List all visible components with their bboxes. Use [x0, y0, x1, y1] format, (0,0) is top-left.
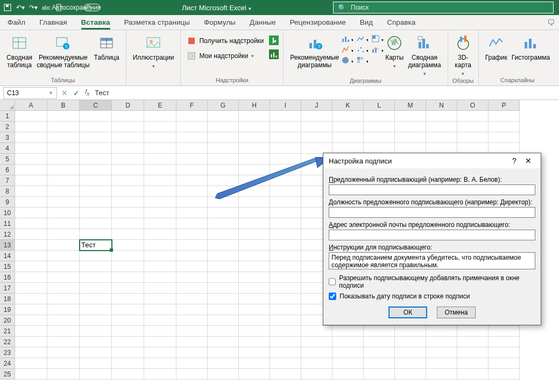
- select-all-corner[interactable]: [0, 100, 15, 111]
- tab-справка[interactable]: Справка: [387, 15, 415, 30]
- column-header-B[interactable]: B: [47, 100, 80, 111]
- pivot-chart-button[interactable]: Сводная диаграмма: [406, 32, 443, 76]
- cell-I13[interactable]: [270, 240, 301, 251]
- cell-D2[interactable]: [112, 122, 144, 132]
- cell-L2[interactable]: [364, 122, 395, 132]
- cell-G10[interactable]: [208, 208, 239, 218]
- table-button[interactable]: Таблица: [92, 32, 122, 61]
- cell-D6[interactable]: [112, 165, 144, 175]
- cell-C20[interactable]: [80, 315, 112, 326]
- stats-chart-icon[interactable]: ▾: [341, 45, 353, 54]
- pie-chart-icon[interactable]: ▾: [341, 56, 353, 65]
- illustrations-button[interactable]: Иллюстрации: [131, 32, 176, 69]
- cell-D9[interactable]: [112, 197, 144, 208]
- cell-E20[interactable]: [144, 315, 176, 326]
- cell-I22[interactable]: [270, 337, 301, 347]
- cell-H4[interactable]: [239, 143, 270, 154]
- cell-F23[interactable]: [176, 347, 208, 358]
- cell-I10[interactable]: [270, 208, 301, 218]
- column-header-F[interactable]: F: [176, 100, 208, 111]
- cell-I12[interactable]: [270, 229, 301, 240]
- cell-F6[interactable]: [176, 165, 208, 175]
- cell-B4[interactable]: [47, 143, 80, 154]
- cell-H11[interactable]: [239, 218, 270, 229]
- cell-L4[interactable]: [364, 143, 395, 154]
- cell-N24[interactable]: [426, 358, 457, 369]
- cell-A15[interactable]: [15, 261, 47, 272]
- cell-A1[interactable]: [15, 111, 47, 122]
- tab-главная[interactable]: Главная: [39, 15, 67, 30]
- column-header-C[interactable]: C: [80, 100, 112, 111]
- cell-B18[interactable]: [47, 294, 80, 304]
- cell-B25[interactable]: [47, 369, 80, 380]
- cell-F19[interactable]: [176, 304, 208, 315]
- cell-P22[interactable]: [489, 337, 520, 347]
- cell-E6[interactable]: [144, 165, 176, 175]
- cell-F15[interactable]: [176, 261, 208, 272]
- cell-A18[interactable]: [15, 294, 47, 304]
- cell-I4[interactable]: [270, 143, 301, 154]
- cell-P1[interactable]: [489, 111, 520, 122]
- cell-L24[interactable]: [364, 358, 395, 369]
- cell-C7[interactable]: [80, 175, 112, 186]
- row-header-24[interactable]: 24: [0, 358, 15, 369]
- cell-K1[interactable]: [332, 111, 364, 122]
- tab-разметка страницы[interactable]: Разметка страницы: [124, 15, 190, 30]
- cell-F18[interactable]: [176, 294, 208, 304]
- cell-E23[interactable]: [144, 347, 176, 358]
- surface-chart-icon[interactable]: ▾: [356, 56, 368, 65]
- cell-K4[interactable]: [332, 143, 364, 154]
- cell-B20[interactable]: [47, 315, 80, 326]
- column-header-I[interactable]: I: [270, 100, 301, 111]
- cell-J23[interactable]: [301, 347, 332, 358]
- cell-J4[interactable]: [301, 143, 332, 154]
- cell-F8[interactable]: [176, 186, 208, 197]
- cell-D11[interactable]: [112, 218, 144, 229]
- cell-H19[interactable]: [239, 304, 270, 315]
- cell-F20[interactable]: [176, 315, 208, 326]
- cell-P23[interactable]: [489, 347, 520, 358]
- column-header-J[interactable]: J: [301, 100, 332, 111]
- cell-F22[interactable]: [176, 337, 208, 347]
- cell-C13[interactable]: Тест: [80, 240, 112, 251]
- cell-C5[interactable]: [80, 154, 112, 165]
- cell-K24[interactable]: [332, 358, 364, 369]
- cell-G24[interactable]: [208, 358, 239, 369]
- cell-C24[interactable]: [80, 358, 112, 369]
- cell-I17[interactable]: [270, 283, 301, 294]
- cell-F14[interactable]: [176, 251, 208, 261]
- cell-E8[interactable]: [144, 186, 176, 197]
- cell-B7[interactable]: [47, 175, 80, 186]
- cell-B13[interactable]: [47, 240, 80, 251]
- tab-данные[interactable]: Данные: [250, 15, 276, 30]
- search-box[interactable]: 🔍Поиск: [333, 2, 554, 13]
- title-input[interactable]: [329, 207, 535, 218]
- cell-C2[interactable]: [80, 122, 112, 132]
- row-header-17[interactable]: 17: [0, 283, 15, 294]
- cell-E22[interactable]: [144, 337, 176, 347]
- cancel-button[interactable]: Отмена: [437, 307, 476, 318]
- cell-G21[interactable]: [208, 326, 239, 337]
- cell-H14[interactable]: [239, 251, 270, 261]
- cell-A19[interactable]: [15, 304, 47, 315]
- cell-E5[interactable]: [144, 154, 176, 165]
- row-header-8[interactable]: 8: [0, 186, 15, 197]
- row-header-13[interactable]: 13: [0, 240, 15, 251]
- sparkline-column-button[interactable]: Гистограмма: [510, 32, 552, 61]
- cell-C23[interactable]: [80, 347, 112, 358]
- signer-input[interactable]: [329, 184, 535, 195]
- cell-I25[interactable]: [270, 369, 301, 380]
- recommended-pivot-button[interactable]: ?Рекомендуемые сводные таблицы: [34, 32, 91, 69]
- row-header-23[interactable]: 23: [0, 347, 15, 358]
- row-header-25[interactable]: 25: [0, 369, 15, 380]
- cell-C15[interactable]: [80, 261, 112, 272]
- cell-D21[interactable]: [112, 326, 144, 337]
- cell-F10[interactable]: [176, 208, 208, 218]
- column-header-A[interactable]: A: [15, 100, 47, 111]
- cell-I18[interactable]: [270, 294, 301, 304]
- cell-H22[interactable]: [239, 337, 270, 347]
- cell-O3[interactable]: [457, 132, 489, 143]
- cell-E10[interactable]: [144, 208, 176, 218]
- cell-A22[interactable]: [15, 337, 47, 347]
- cell-C25[interactable]: [80, 369, 112, 380]
